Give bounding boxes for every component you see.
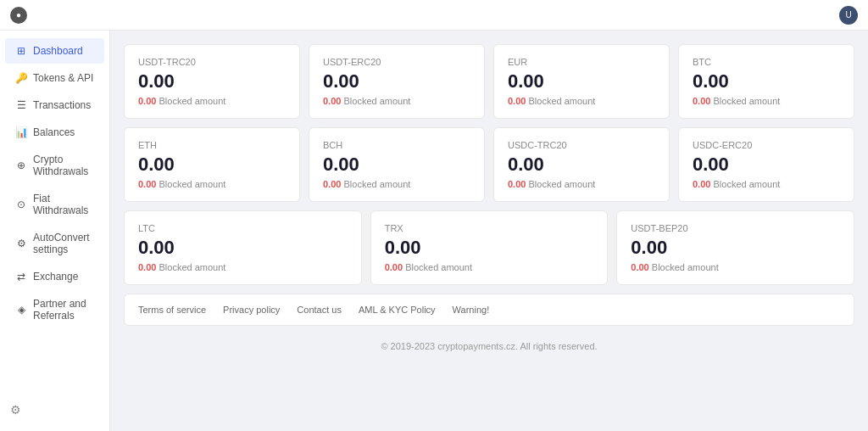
balance-amount: 0.00 bbox=[385, 237, 594, 259]
balance-amount: 0.00 bbox=[693, 70, 840, 92]
privacy-link[interactable]: Privacy policy bbox=[223, 305, 280, 315]
blocked-amount: 0.00 Blocked amount bbox=[323, 179, 470, 189]
sidebar-label-balances: Balances bbox=[33, 126, 75, 138]
currency-label: EUR bbox=[508, 57, 655, 67]
warning-link[interactable]: Warning! bbox=[453, 305, 490, 315]
balances-row-1: USDT-TRC20 0.00 0.00 Blocked amount USDT… bbox=[124, 44, 854, 119]
sidebar-label-tokens: Tokens & API bbox=[33, 72, 93, 84]
aml-link[interactable]: AML & KYC Policy bbox=[359, 305, 436, 315]
blocked-amount: 0.00 Blocked amount bbox=[138, 96, 286, 106]
balance-amount: 0.00 bbox=[323, 70, 470, 92]
blocked-amount: 0.00 Blocked amount bbox=[693, 179, 840, 189]
currency-label: USDC-TRC20 bbox=[508, 140, 655, 150]
balance-amount: 0.00 bbox=[508, 70, 655, 92]
contact-link[interactable]: Contact us bbox=[297, 305, 342, 315]
sidebar: ⊞ Dashboard 🔑 Tokens & API ☰ Transaction… bbox=[0, 31, 110, 431]
balance-card-btc: BTC 0.00 0.00 Blocked amount bbox=[678, 44, 854, 119]
partner-icon: ◈ bbox=[15, 304, 27, 316]
key-icon: 🔑 bbox=[15, 72, 27, 84]
top-bar: ● U bbox=[0, 0, 868, 31]
sidebar-item-tokens-api[interactable]: 🔑 Tokens & API bbox=[5, 65, 104, 91]
fiat-icon: ⊙ bbox=[15, 199, 27, 210]
blocked-amount: 0.00 Blocked amount bbox=[508, 179, 655, 189]
currency-label: ETH bbox=[138, 140, 286, 150]
sidebar-label-autoconvert: AutoConvert settings bbox=[33, 232, 94, 255]
sidebar-label-transactions: Transactions bbox=[33, 99, 91, 111]
sidebar-item-fiat-withdrawals[interactable]: ⊙ Fiat Withdrawals bbox=[5, 186, 104, 223]
sidebar-item-autoconvert[interactable]: ⚙ AutoConvert settings bbox=[5, 225, 104, 262]
currency-label: USDC-ERC20 bbox=[693, 140, 840, 150]
balances-icon: 📊 bbox=[15, 126, 27, 138]
balance-card-usdt-trc20: USDT-TRC20 0.00 0.00 Blocked amount bbox=[124, 44, 300, 119]
currency-label: BCH bbox=[323, 140, 470, 150]
sidebar-label-crypto-withdrawals: Crypto Withdrawals bbox=[33, 154, 94, 177]
balance-card-eur: EUR 0.00 0.00 Blocked amount bbox=[493, 44, 670, 119]
balance-amount: 0.00 bbox=[138, 154, 286, 176]
sidebar-label-fiat-withdrawals: Fiat Withdrawals bbox=[33, 193, 94, 216]
currency-label: USDT-BEP20 bbox=[631, 223, 840, 233]
balance-amount: 0.00 bbox=[508, 154, 655, 176]
copyright-text: © 2019-2023 cryptopayments.cz. All right… bbox=[124, 334, 854, 358]
blocked-amount: 0.00 Blocked amount bbox=[138, 262, 348, 272]
balance-amount: 0.00 bbox=[138, 237, 348, 259]
main-layout: ⊞ Dashboard 🔑 Tokens & API ☰ Transaction… bbox=[0, 31, 868, 431]
sidebar-bottom: ⚙ bbox=[0, 395, 109, 424]
settings-icon[interactable]: ⚙ bbox=[10, 403, 21, 417]
sidebar-label-exchange: Exchange bbox=[33, 271, 78, 283]
balance-amount: 0.00 bbox=[138, 70, 286, 92]
balance-card-usdt-bep20: USDT-BEP20 0.00 0.00 Blocked amount bbox=[616, 210, 854, 285]
blocked-amount: 0.00 Blocked amount bbox=[138, 179, 286, 189]
balance-card-usdc-erc20: USDC-ERC20 0.00 0.00 Blocked amount bbox=[678, 127, 854, 202]
balance-amount: 0.00 bbox=[631, 237, 840, 259]
sidebar-item-transactions[interactable]: ☰ Transactions bbox=[5, 92, 104, 118]
balance-card-usdc-trc20: USDC-TRC20 0.00 0.00 Blocked amount bbox=[493, 127, 670, 202]
main-content: USDT-TRC20 0.00 0.00 Blocked amount USDT… bbox=[110, 31, 868, 431]
sidebar-item-balances[interactable]: 📊 Balances bbox=[5, 120, 104, 145]
balance-card-bch: BCH 0.00 0.00 Blocked amount bbox=[309, 127, 485, 202]
balance-card-ltc: LTC 0.00 0.00 Blocked amount bbox=[124, 210, 362, 285]
currency-label: LTC bbox=[138, 223, 348, 233]
currency-label: BTC bbox=[693, 57, 840, 67]
crypto-withdraw-icon: ⊕ bbox=[15, 160, 27, 171]
balance-amount: 0.00 bbox=[323, 154, 470, 176]
balances-row-2: ETH 0.00 0.00 Blocked amount BCH 0.00 0.… bbox=[124, 127, 854, 202]
currency-label: USDT-ERC20 bbox=[323, 57, 470, 67]
sidebar-item-exchange[interactable]: ⇄ Exchange bbox=[5, 264, 104, 289]
sidebar-item-partner-referrals[interactable]: ◈ Partner and Referrals bbox=[5, 291, 104, 328]
balances-row-3: LTC 0.00 0.00 Blocked amount TRX 0.00 0.… bbox=[124, 210, 854, 285]
blocked-amount: 0.00 Blocked amount bbox=[508, 96, 655, 106]
dashboard-icon: ⊞ bbox=[15, 45, 27, 57]
exchange-icon: ⇄ bbox=[15, 271, 27, 283]
blocked-amount: 0.00 Blocked amount bbox=[323, 96, 470, 106]
sidebar-item-crypto-withdrawals[interactable]: ⊕ Crypto Withdrawals bbox=[5, 147, 104, 184]
autoconvert-icon: ⚙ bbox=[15, 238, 27, 249]
balance-amount: 0.00 bbox=[693, 154, 840, 176]
blocked-amount: 0.00 Blocked amount bbox=[693, 96, 840, 106]
logo: ● bbox=[10, 7, 27, 24]
sidebar-label-partner: Partner and Referrals bbox=[33, 298, 94, 322]
sidebar-item-dashboard[interactable]: ⊞ Dashboard bbox=[5, 38, 104, 64]
sidebar-label-dashboard: Dashboard bbox=[33, 45, 83, 57]
list-icon: ☰ bbox=[15, 99, 27, 111]
blocked-amount: 0.00 Blocked amount bbox=[631, 262, 840, 272]
currency-label: TRX bbox=[385, 223, 594, 233]
balance-card-trx: TRX 0.00 0.00 Blocked amount bbox=[370, 210, 609, 285]
blocked-amount: 0.00 Blocked amount bbox=[385, 262, 594, 272]
avatar[interactable]: U bbox=[839, 6, 858, 25]
currency-label: USDT-TRC20 bbox=[138, 57, 286, 67]
balance-card-usdt-erc20: USDT-ERC20 0.00 0.00 Blocked amount bbox=[309, 44, 485, 119]
terms-link[interactable]: Terms of service bbox=[138, 305, 206, 315]
balance-card-eth: ETH 0.00 0.00 Blocked amount bbox=[124, 127, 300, 202]
footer-links: Terms of service Privacy policy Contact … bbox=[124, 294, 854, 326]
